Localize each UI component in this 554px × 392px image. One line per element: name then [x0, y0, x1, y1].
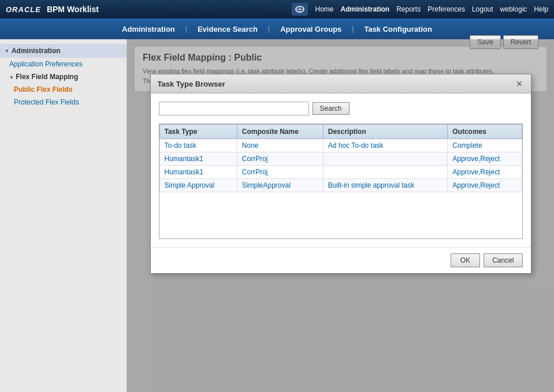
col-description: Description: [323, 125, 447, 139]
search-input[interactable]: [159, 102, 309, 115]
table-row[interactable]: Humantask1CorrProjApprove,Reject: [159, 166, 522, 179]
nav-evidence-search[interactable]: Evidence Search: [187, 25, 268, 33]
preferences-link[interactable]: Preferences: [427, 5, 465, 13]
cancel-button[interactable]: Cancel: [484, 253, 522, 267]
icon-area: [292, 3, 308, 16]
administration-link[interactable]: Administration: [341, 5, 390, 13]
cell-outcomes[interactable]: Complete: [448, 139, 522, 152]
cell-composite-name[interactable]: None: [237, 139, 323, 152]
main-layout: ▼ Administration Application Preferences…: [0, 39, 554, 392]
logout-link[interactable]: Logout: [472, 5, 493, 13]
cell-task-type[interactable]: Simple Approval: [159, 179, 237, 192]
sidebar-section-title: Administration: [12, 47, 61, 55]
results-table: Task Type Composite Name Description Out…: [159, 124, 522, 192]
app-title: BPM Worklist: [47, 5, 99, 14]
cell-outcomes[interactable]: Approve,Reject: [448, 166, 522, 179]
modal-title: Task Type Browser: [158, 80, 225, 88]
sidebar-item-protected-flex-fields[interactable]: Protected Flex Fields: [0, 96, 127, 109]
ok-button[interactable]: OK: [451, 253, 480, 267]
header-right: Home Administration Reports Preferences …: [292, 3, 548, 16]
sidebar: ▼ Administration Application Preferences…: [0, 39, 127, 392]
cell-description: [323, 152, 447, 166]
content-area: Save Revert Flex Field Mapping : Public …: [127, 39, 554, 392]
col-outcomes: Outcomes: [448, 125, 522, 139]
help-link[interactable]: Help: [534, 5, 548, 13]
nav-task-configuration[interactable]: Task Configuration: [354, 25, 442, 33]
table-row[interactable]: Humantask1CorrProjApprove,Reject: [159, 152, 522, 166]
sidebar-item-app-preferences[interactable]: Application Preferences: [0, 58, 127, 70]
sidebar-item-flex-field-mapping[interactable]: ▼ Flex Field Mapping: [0, 70, 127, 83]
close-icon[interactable]: ✕: [515, 79, 524, 88]
cell-task-type[interactable]: Humantask1: [159, 152, 237, 166]
cell-outcomes[interactable]: Approve,Reject: [448, 152, 522, 166]
table-wrapper: Task Type Composite Name Description Out…: [159, 124, 523, 239]
nav-administration[interactable]: Administration: [111, 25, 185, 33]
section-triangle: ▼: [5, 48, 9, 54]
home-link[interactable]: Home: [315, 5, 333, 13]
table-row[interactable]: Simple ApprovalSimpleApprovalBuilt-in si…: [159, 179, 522, 192]
cell-task-type[interactable]: Humantask1: [159, 166, 237, 179]
cell-composite-name[interactable]: CorrProj: [237, 152, 323, 166]
search-row: Search: [159, 102, 523, 115]
modal-overlay: Task Type Browser ✕ Search Task Type: [127, 39, 554, 392]
cell-description: Built-in simple approval task: [323, 179, 447, 192]
modal-body: Search Task Type Composite Name Descript…: [151, 94, 531, 247]
cell-description: Ad hoc To-do task: [323, 139, 447, 152]
modal-footer: OK Cancel: [151, 247, 531, 273]
cell-outcomes[interactable]: Approve,Reject: [448, 179, 522, 192]
cell-task-type[interactable]: To-do task: [159, 139, 237, 152]
header-left: ORACLE BPM Worklist: [6, 5, 99, 14]
nav-approval-groups[interactable]: Approval Groups: [270, 25, 352, 33]
globe-icon: [295, 6, 304, 13]
col-composite-name: Composite Name: [237, 125, 323, 139]
modal-dialog: Task Type Browser ✕ Search Task Type: [150, 74, 531, 274]
top-header: ORACLE BPM Worklist Home Administration …: [0, 0, 554, 18]
username: weblogic: [500, 5, 527, 13]
reports-link[interactable]: Reports: [396, 5, 421, 13]
cell-composite-name[interactable]: CorrProj: [237, 166, 323, 179]
oracle-logo-text: ORACLE: [6, 5, 41, 14]
table-row[interactable]: To-do taskNoneAd hoc To-do taskComplete: [159, 139, 522, 152]
modal-header: Task Type Browser ✕: [151, 74, 531, 94]
col-task-type: Task Type: [159, 125, 237, 139]
sidebar-item-public-flex-fields[interactable]: Public Flex Fields: [0, 83, 127, 96]
oracle-logo: ORACLE: [6, 5, 41, 14]
search-button[interactable]: Search: [313, 102, 349, 115]
cell-description: [323, 166, 447, 179]
sidebar-section-header: ▼ Administration: [0, 44, 127, 58]
cell-composite-name[interactable]: SimpleApproval: [237, 179, 323, 192]
